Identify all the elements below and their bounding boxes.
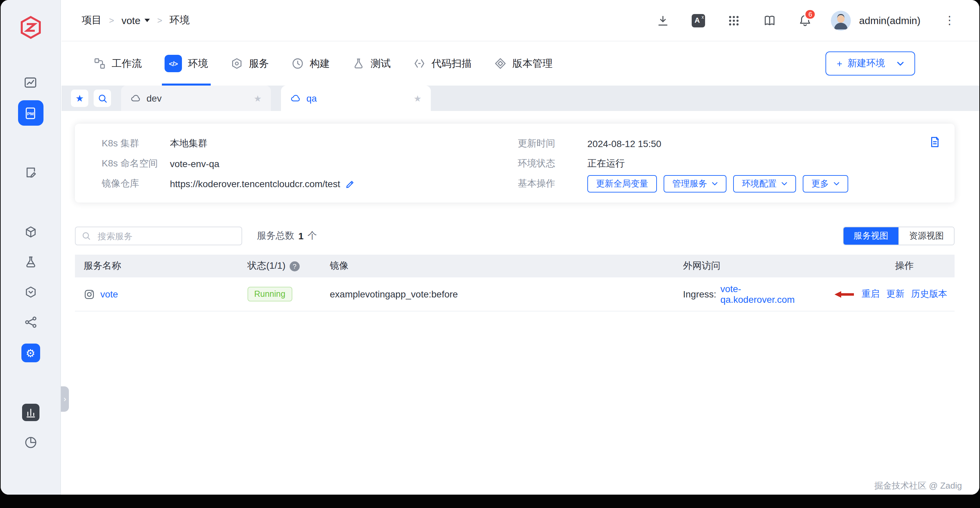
table-header: 服务名称 状态(1/1) ? 镜像 外网访问 操作 bbox=[75, 255, 955, 278]
services-table: 服务名称 状态(1/1) ? 镜像 外网访问 操作 bbox=[75, 255, 955, 311]
sidebar-item-delivery[interactable] bbox=[22, 284, 38, 300]
more-menu-icon[interactable]: ⋮ bbox=[943, 13, 956, 27]
sidebar-expand-handle[interactable]: › bbox=[61, 386, 69, 412]
service-name-link[interactable]: vote bbox=[100, 289, 118, 300]
chevron-down-icon bbox=[712, 182, 718, 186]
history-link[interactable]: 历史版本 bbox=[911, 288, 947, 300]
manage-services-button[interactable]: 管理服务 bbox=[663, 175, 727, 192]
sidebar-item-insight[interactable] bbox=[22, 74, 38, 90]
registry-value: https://koderover.tencentcloudcr.com/tes… bbox=[170, 178, 518, 189]
cloud-icon bbox=[130, 93, 141, 103]
chevron-down-icon bbox=[897, 61, 904, 66]
tab-services[interactable]: 服务 bbox=[229, 41, 270, 86]
namespace-value: vote-env-qa bbox=[170, 159, 518, 169]
chevron-down-icon bbox=[145, 19, 150, 22]
sidebar-item-monitor[interactable] bbox=[22, 404, 39, 421]
build-icon bbox=[292, 57, 304, 70]
env-config-button[interactable]: 环境配置 bbox=[733, 175, 796, 192]
tab-code-scan[interactable]: 代码扫描 bbox=[412, 41, 473, 86]
download-icon[interactable] bbox=[657, 14, 670, 27]
ingress-label: Ingress: bbox=[683, 289, 716, 300]
environment-info-card: K8s 集群 本地集群 更新时间 2024-08-12 15:50 K8s 命名… bbox=[75, 124, 955, 203]
zadig-logo-icon[interactable] bbox=[18, 15, 43, 40]
header-image: 镜像 bbox=[330, 260, 683, 272]
question-icon[interactable]: ? bbox=[290, 261, 300, 271]
env-detail-doc-icon[interactable] bbox=[929, 136, 941, 148]
sidebar-item-pipeline[interactable] bbox=[22, 314, 38, 330]
docs-icon[interactable] bbox=[763, 14, 776, 27]
topbar-icons: A x bbox=[657, 10, 956, 30]
breadcrumb-separator: > bbox=[157, 15, 162, 25]
service-search bbox=[75, 227, 242, 245]
watermark: 掘金技术社区 @ Zadig bbox=[874, 480, 962, 492]
sidebar: PM bbox=[1, 0, 61, 495]
sidebar-item-resources[interactable] bbox=[22, 224, 38, 240]
env-tab-dev[interactable]: dev ★ bbox=[121, 86, 271, 111]
env-status-value: 正在运行 bbox=[587, 158, 939, 170]
user-menu[interactable]: admin(admin) bbox=[831, 10, 921, 30]
service-icon bbox=[84, 289, 95, 300]
header-status: 状态(1/1) ? bbox=[248, 260, 330, 272]
star-icon[interactable]: ★ bbox=[414, 93, 422, 103]
header-actions: 操作 bbox=[854, 260, 955, 272]
search-icon bbox=[97, 93, 107, 103]
content: 项目 > vote > 环境 A bbox=[62, 0, 979, 495]
chevron-down-icon bbox=[781, 182, 788, 186]
username: admin(admin) bbox=[859, 15, 921, 26]
apps-icon[interactable] bbox=[727, 14, 741, 27]
restart-link[interactable]: 重启 bbox=[862, 288, 880, 300]
version-icon bbox=[494, 57, 506, 70]
notification-badge: 6 bbox=[804, 8, 816, 20]
header-external-access: 外网访问 bbox=[683, 260, 854, 272]
notifications-bell-icon[interactable]: 6 bbox=[799, 14, 812, 27]
pm-glyph: PM bbox=[27, 111, 34, 116]
new-environment-button[interactable]: + 新建环境 bbox=[826, 51, 915, 76]
env-tab-qa[interactable]: qa ★ bbox=[281, 86, 431, 111]
tab-workflows[interactable]: 工作流 bbox=[92, 41, 143, 86]
ingress-link[interactable]: vote-qa.koderover.com bbox=[721, 283, 815, 305]
app-window: PM bbox=[1, 0, 979, 495]
code-scan-icon bbox=[414, 57, 425, 70]
service-total: 服务总数 1 个 bbox=[257, 230, 317, 242]
avatar bbox=[831, 10, 851, 30]
sidebar-item-projects-active[interactable]: PM bbox=[18, 100, 43, 125]
search-icon bbox=[82, 231, 91, 241]
tab-version-management[interactable]: 版本管理 bbox=[493, 41, 554, 86]
status-badge: Running bbox=[248, 287, 292, 302]
services-icon bbox=[231, 57, 243, 70]
service-total-count: 1 bbox=[298, 230, 304, 241]
tab-environments[interactable]: </> 环境 bbox=[163, 41, 209, 86]
chevron-down-icon bbox=[834, 182, 840, 186]
sidebar-item-settings[interactable]: ⚙ bbox=[21, 344, 40, 362]
service-view-button[interactable]: 服务视图 bbox=[843, 227, 898, 244]
tab-tests[interactable]: 测试 bbox=[351, 41, 392, 86]
main-nav: 工作流 </> 环境 服务 bbox=[62, 41, 979, 86]
favorite-envs-button[interactable]: ★ bbox=[71, 90, 88, 107]
translate-icon[interactable]: A x bbox=[692, 14, 705, 27]
header-service-name: 服务名称 bbox=[75, 260, 248, 272]
plus-icon: + bbox=[837, 58, 842, 69]
field-label: 镜像仓库 bbox=[102, 178, 170, 190]
edit-registry-icon[interactable] bbox=[345, 179, 356, 189]
star-icon[interactable]: ★ bbox=[254, 93, 262, 103]
table-row: vote Running examplevotingapp_vote:befor… bbox=[75, 278, 955, 311]
topbar: 项目 > vote > 环境 A bbox=[62, 0, 979, 41]
update-global-vars-button[interactable]: 更新全局变量 bbox=[587, 175, 657, 192]
chevron-right-icon: › bbox=[64, 394, 66, 404]
breadcrumb-current-project[interactable]: vote bbox=[121, 15, 150, 26]
main-area: K8s 集群 本地集群 更新时间 2024-08-12 15:50 K8s 命名… bbox=[62, 111, 979, 495]
field-label: 更新时间 bbox=[518, 138, 587, 150]
sidebar-item-release-plan[interactable] bbox=[22, 164, 38, 181]
more-actions-button[interactable]: 更多 bbox=[803, 175, 848, 192]
field-label: K8s 命名空间 bbox=[102, 158, 170, 170]
sidebar-item-report[interactable] bbox=[22, 435, 38, 451]
resource-view-button[interactable]: 资源视图 bbox=[898, 227, 954, 244]
search-envs-button[interactable] bbox=[94, 90, 111, 107]
update-link[interactable]: 更新 bbox=[886, 288, 904, 300]
field-label: 环境状态 bbox=[518, 158, 587, 170]
breadcrumb: 项目 > vote > 环境 bbox=[82, 14, 189, 27]
breadcrumb-project[interactable]: 项目 bbox=[82, 14, 102, 27]
service-search-input[interactable] bbox=[96, 230, 234, 241]
tab-builds[interactable]: 构建 bbox=[290, 41, 331, 86]
sidebar-item-quality[interactable] bbox=[22, 254, 38, 270]
